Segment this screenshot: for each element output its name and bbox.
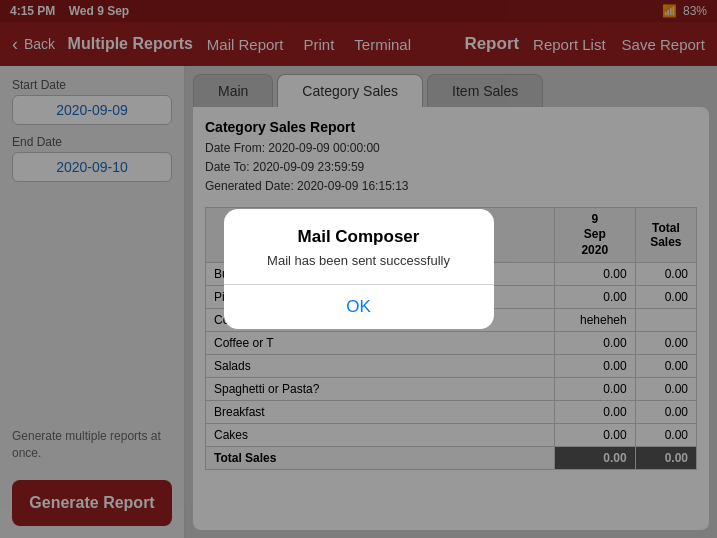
modal-title: Mail Composer [224, 227, 494, 247]
modal-dialog: Mail Composer Mail has been sent success… [224, 209, 494, 329]
modal-ok-button[interactable]: OK [224, 285, 494, 329]
modal-overlay: Mail Composer Mail has been sent success… [0, 0, 717, 538]
modal-message: Mail has been sent successfully [224, 253, 494, 268]
